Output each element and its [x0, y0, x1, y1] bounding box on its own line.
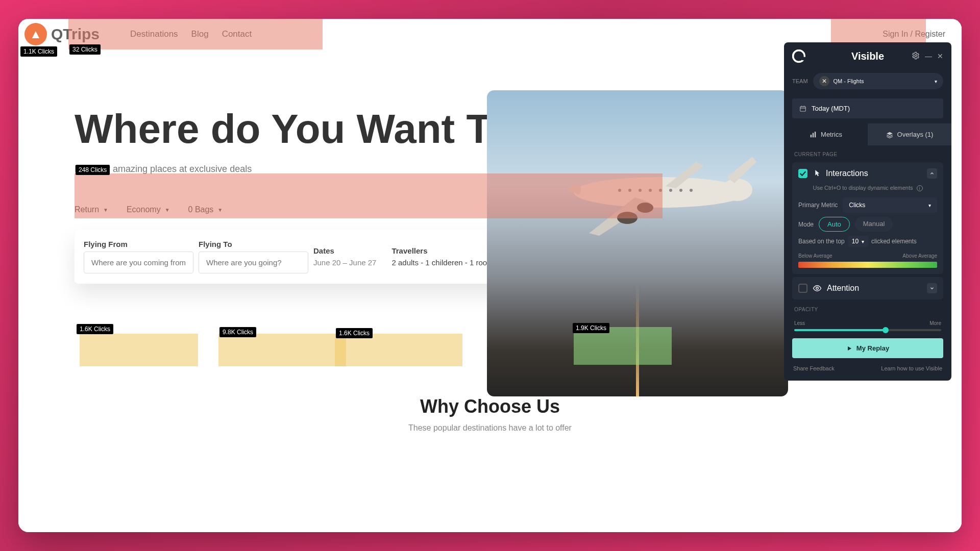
- svg-rect-24: [815, 132, 816, 137]
- heatmap-overlay: [335, 334, 462, 366]
- attention-label: Attention: [827, 284, 859, 293]
- replay-label: My Replay: [856, 344, 889, 352]
- heatmap-overlay: [75, 173, 663, 218]
- collapse-icon[interactable]: [927, 168, 937, 179]
- svg-point-12: [679, 189, 682, 192]
- from-input[interactable]: [84, 252, 193, 273]
- tab-overlays[interactable]: Overlays (1): [868, 123, 951, 145]
- dates-field[interactable]: Dates June 20 – June 27: [313, 246, 376, 267]
- heatmap-overlay: [218, 334, 346, 366]
- from-label: Flying From: [84, 240, 193, 248]
- minimize-icon[interactable]: —: [925, 52, 932, 60]
- to-input[interactable]: [199, 252, 308, 273]
- click-tag: 1.6K Clicks: [77, 324, 113, 334]
- svg-point-3: [722, 179, 752, 201]
- interactions-accordion: Interactions Use Ctrl+O to display dynam…: [792, 162, 943, 274]
- click-tag: 248 Clicks: [76, 165, 110, 175]
- attention-accordion: Attention: [792, 277, 943, 299]
- visible-panel: Visible — ✕ TEAM ✕ QM - Flights ▾ Today …: [784, 42, 951, 381]
- svg-marker-25: [887, 132, 893, 135]
- opacity-slider[interactable]: [794, 329, 941, 331]
- heat-gradient: [798, 262, 937, 268]
- travellers-label: Travellers: [391, 246, 493, 255]
- opacity-section-label: OPACITY: [784, 303, 951, 314]
- pointer-icon: [813, 169, 821, 178]
- expand-icon[interactable]: [927, 283, 937, 293]
- chevron-down-icon: ▾: [928, 203, 931, 208]
- date-range-select[interactable]: Today (MDT): [792, 98, 943, 118]
- primary-metric-select[interactable]: Clicks ▾: [843, 197, 937, 213]
- mode-auto-pill[interactable]: Auto: [819, 217, 850, 232]
- section-current-page: CURRENT PAGE: [784, 147, 951, 159]
- heatmap-overlay: [80, 334, 198, 366]
- based-prefix: Based on the top: [798, 238, 845, 245]
- settings-icon[interactable]: [912, 52, 920, 61]
- travellers-field[interactable]: Travellers 2 adults - 1 childeren - 1 ro…: [391, 246, 493, 267]
- date-value: Today (MDT): [812, 105, 850, 112]
- team-select[interactable]: ✕ QM - Flights ▾: [813, 73, 943, 89]
- logo-icon: ▲: [24, 23, 47, 45]
- based-suffix: clicked elements: [871, 238, 917, 245]
- play-icon: [846, 345, 852, 352]
- svg-point-17: [915, 55, 917, 57]
- tab-overlays-label: Overlays (1): [897, 131, 934, 138]
- clear-team-icon[interactable]: ✕: [819, 76, 829, 86]
- click-tag: 1.9K Clicks: [573, 323, 609, 333]
- svg-rect-23: [813, 133, 814, 137]
- opacity-less: Less: [794, 320, 805, 326]
- share-feedback-link[interactable]: Share Feedback: [793, 365, 835, 371]
- dates-value: June 20 – June 27: [313, 258, 376, 267]
- slider-thumb[interactable]: [883, 327, 889, 333]
- svg-point-26: [816, 287, 819, 290]
- svg-point-13: [690, 189, 693, 192]
- team-label: TEAM: [792, 78, 808, 84]
- svg-marker-27: [848, 346, 851, 350]
- mode-label: Mode: [798, 221, 814, 228]
- close-icon[interactable]: ✕: [937, 52, 943, 60]
- top-count-value: 10: [852, 238, 859, 245]
- primary-metric-label: Primary Metric: [798, 202, 838, 209]
- panel-title: Visible: [851, 51, 884, 62]
- layers-icon: [886, 131, 893, 138]
- tab-metrics-label: Metrics: [821, 131, 842, 138]
- why-sub: These popular destinations have a lot to…: [18, 423, 962, 433]
- heatmap-overlay: [68, 19, 323, 49]
- above-avg-label: Above Average: [902, 253, 937, 259]
- attention-toggle[interactable]: [798, 284, 807, 293]
- click-tag: 32 Clicks: [69, 44, 101, 55]
- my-replay-button[interactable]: My Replay: [792, 338, 943, 358]
- primary-metric-value: Clicks: [849, 202, 865, 209]
- mode-manual-pill[interactable]: Manual: [855, 217, 893, 232]
- chart-icon: [810, 131, 817, 138]
- below-avg-label: Below Average: [798, 253, 832, 259]
- interactions-toggle[interactable]: [798, 169, 807, 178]
- svg-rect-15: [802, 57, 806, 61]
- interactions-label: Interactions: [826, 169, 868, 178]
- why-title: Why Choose Us: [18, 396, 962, 417]
- top-count-select[interactable]: 10 ▾: [848, 236, 868, 247]
- info-icon[interactable]: i: [917, 185, 923, 191]
- svg-rect-18: [800, 106, 806, 111]
- svg-rect-22: [811, 135, 812, 137]
- calendar-icon: [799, 105, 806, 112]
- team-value: QM - Flights: [834, 78, 864, 84]
- learn-link[interactable]: Learn how to use Visible: [881, 365, 942, 371]
- svg-point-11: [669, 189, 672, 192]
- opacity-more: More: [929, 320, 941, 326]
- click-tag: 1.1K Clicks: [20, 46, 57, 57]
- click-tag: 1.6K Clicks: [336, 328, 373, 338]
- chevron-down-icon: ▾: [862, 239, 864, 244]
- click-tag: 9.8K Clicks: [219, 327, 256, 337]
- to-label: Flying To: [199, 240, 308, 248]
- travellers-value: 2 adults - 1 childeren - 1 room: [391, 258, 493, 267]
- eye-icon: [813, 284, 822, 293]
- dates-label: Dates: [313, 246, 376, 255]
- tab-metrics[interactable]: Metrics: [784, 123, 868, 145]
- chevron-down-icon: ▾: [935, 79, 937, 84]
- hint-text: Use Ctrl+O to display dynamic elements: [813, 185, 913, 191]
- visible-logo-icon: [792, 49, 805, 63]
